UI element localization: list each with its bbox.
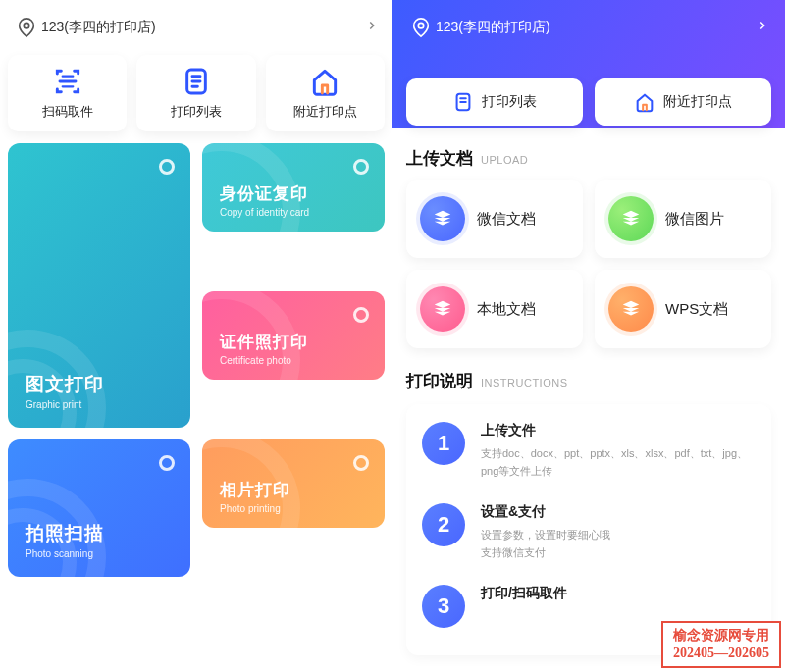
print-list-button[interactable]: 打印列表 [136, 55, 255, 131]
stack-icon [608, 196, 654, 241]
label: 扫码取件 [42, 103, 93, 121]
upload-grid: 微信文档 微信图片 本地文档 WPS文档 [392, 180, 785, 348]
step-desc: 支持doc、docx、ppt、pptx、xls、xlsx、pdf、txt、jpg… [481, 445, 756, 480]
label: 微信文档 [477, 210, 536, 229]
watermark: 榆念资源网专用 202405—202605 [661, 621, 781, 668]
upload-wechat-img[interactable]: 微信图片 [595, 180, 771, 258]
step-title: 打印/扫码取件 [481, 585, 567, 602]
tile-subtitle: Certificate photo [220, 355, 385, 366]
location-bar-right[interactable]: 123(李四的打印店) [402, 12, 775, 43]
label: 打印列表 [171, 103, 222, 121]
location-pin-icon [16, 17, 37, 38]
svg-point-2 [418, 23, 424, 28]
nearby-button[interactable]: 附近打印点 [595, 78, 771, 126]
deco-ring [202, 291, 300, 380]
deco-ring [202, 439, 300, 528]
location-pin-icon [410, 17, 432, 38]
home-icon [309, 66, 340, 97]
svg-point-0 [24, 23, 29, 28]
section-instructions-heading: 打印说明 INSTRUCTIONS [392, 370, 785, 392]
left-panel: 123(李四的打印店) 扫码取件 打印列表 附近打印点 [0, 0, 392, 672]
heading-cn: 上传文档 [406, 147, 473, 170]
upload-wps-doc[interactable]: WPS文档 [595, 270, 771, 348]
heading-cn: 打印说明 [406, 370, 473, 392]
nearby-button[interactable]: 附近打印点 [266, 55, 385, 131]
stack-icon [608, 286, 654, 332]
list-icon [452, 91, 474, 113]
upload-wechat-doc[interactable]: 微信文档 [406, 180, 583, 258]
chevron-right-icon [365, 19, 379, 36]
tile-subtitle: Photo scanning [26, 548, 190, 559]
step-item: 2 设置&支付 设置参数，设置时要细心哦 支持微信支付 [422, 503, 756, 561]
location-left: 123(李四的打印店) [16, 17, 156, 38]
label: 附近打印点 [293, 103, 357, 121]
step-number: 2 [422, 503, 465, 546]
scan-pickup-button[interactable]: 扫码取件 [8, 55, 127, 131]
tile-photo-scan[interactable]: 拍照扫描 Photo scanning [8, 439, 190, 577]
top-actions-right: 打印列表 附近打印点 [406, 78, 771, 126]
dot-icon [159, 159, 175, 175]
instructions-steps: 1 上传文件 支持doc、docx、ppt、pptx、xls、xlsx、pdf、… [406, 404, 771, 655]
step-title: 设置&支付 [481, 503, 610, 521]
home-icon [634, 91, 655, 113]
upload-local-doc[interactable]: 本地文档 [406, 270, 583, 348]
step-desc: 设置参数，设置时要细心哦 支持微信支付 [481, 527, 610, 561]
heading-en: UPLOAD [481, 154, 528, 166]
chevron-right-icon [756, 19, 769, 36]
tile-graphic-print[interactable]: 图文打印 Graphic print [8, 143, 190, 428]
scan-icon [52, 66, 83, 97]
step-number: 1 [422, 422, 465, 465]
dot-icon [353, 307, 369, 323]
stack-icon [420, 286, 465, 332]
watermark-line2: 202405—202605 [673, 645, 769, 662]
step-body: 设置&支付 设置参数，设置时要细心哦 支持微信支付 [481, 503, 610, 561]
tile-cert-photo[interactable]: 证件照打印 Certificate photo [202, 291, 385, 380]
deco-ring [202, 143, 300, 232]
location-text: 123(李四的打印店) [436, 19, 550, 36]
label: 微信图片 [665, 210, 724, 229]
step-item: 1 上传文件 支持doc、docx、ppt、pptx、xls、xlsx、pdf、… [422, 422, 756, 480]
location-text: 123(李四的打印店) [41, 19, 156, 36]
list-icon [181, 66, 212, 97]
step-number: 3 [422, 585, 465, 628]
step-body: 上传文件 支持doc、docx、ppt、pptx、xls、xlsx、pdf、tx… [481, 422, 756, 480]
tile-photo-print[interactable]: 相片打印 Photo printing [202, 439, 385, 528]
tile-subtitle: Copy of identity card [220, 207, 385, 218]
location-bar-left[interactable]: 123(李四的打印店) [8, 12, 385, 43]
dot-icon [159, 455, 175, 471]
dot-icon [353, 455, 369, 471]
label: 本地文档 [477, 300, 536, 319]
print-list-button[interactable]: 打印列表 [406, 78, 583, 126]
watermark-line1: 榆念资源网专用 [673, 627, 769, 645]
right-panel: 123(李四的打印店) 打印列表 附近打印点 上传文档 UPLOAD 微信文档 [392, 0, 785, 672]
tile-grid: 图文打印 Graphic print 身份证复印 Copy of identit… [8, 143, 385, 577]
label: 打印列表 [482, 93, 537, 111]
heading-en: INSTRUCTIONS [481, 377, 568, 388]
section-upload-heading: 上传文档 UPLOAD [392, 147, 785, 170]
tile-subtitle: Photo printing [220, 503, 385, 514]
stack-icon [420, 196, 465, 241]
step-title: 上传文件 [481, 422, 756, 439]
label: 附近打印点 [663, 93, 732, 111]
label: WPS文档 [665, 300, 728, 319]
dot-icon [353, 159, 369, 175]
top-actions-left: 扫码取件 打印列表 附近打印点 [8, 55, 385, 131]
location-right: 123(李四的打印店) [410, 17, 550, 38]
tile-subtitle: Graphic print [26, 399, 190, 410]
step-body: 打印/扫码取件 [481, 585, 567, 628]
tile-id-copy[interactable]: 身份证复印 Copy of identity card [202, 143, 385, 232]
